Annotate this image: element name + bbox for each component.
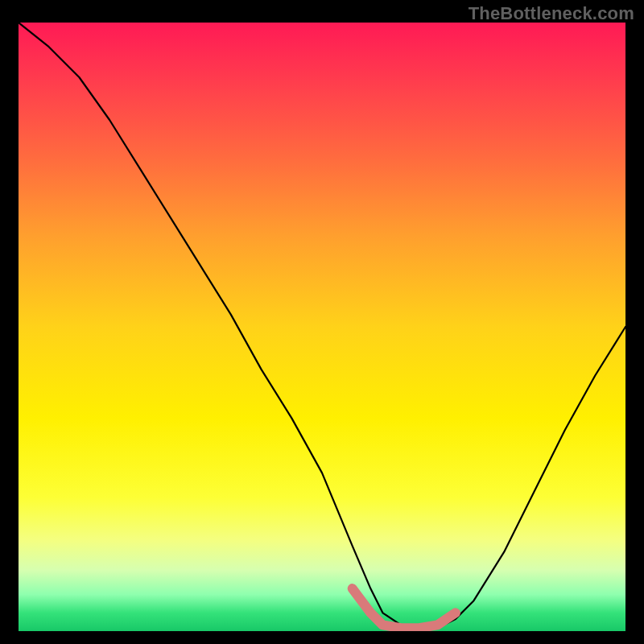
watermark-label: TheBottleneck.com xyxy=(469,3,634,24)
bottleneck-curve xyxy=(19,23,625,625)
curve-layer xyxy=(19,23,625,631)
chart-stage: TheBottleneck.com xyxy=(0,0,644,644)
optimal-band xyxy=(353,588,456,628)
plot-area xyxy=(19,23,625,631)
